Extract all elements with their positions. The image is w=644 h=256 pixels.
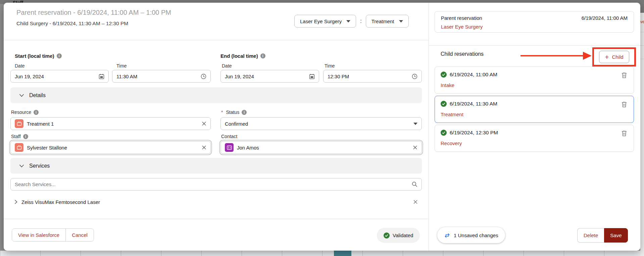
reservation-subtype-select[interactable]: Treatment (366, 15, 409, 28)
parent-card-type: Laser Eye Surgery (441, 24, 483, 30)
services-search-input[interactable] (15, 181, 408, 187)
child-card-type: Intake (441, 82, 454, 88)
remove-service-icon[interactable] (413, 200, 418, 204)
required-asterisk: * (221, 110, 223, 115)
child-card-datetime: 6/19/2024, 12:30 PM (450, 130, 498, 136)
plus-icon: + (605, 53, 609, 60)
add-child-button[interactable]: + Child (599, 51, 629, 63)
background-app-right: ve (640, 0, 644, 256)
child-card-datetime: 6/19/2024, 11:30 AM (450, 101, 497, 107)
contact-field[interactable] (220, 141, 422, 154)
background-teal-cell (334, 251, 351, 256)
cancel-button[interactable]: Cancel (65, 229, 94, 241)
trash-icon[interactable] (622, 101, 627, 108)
child-reservation-card-selected[interactable]: 6/19/2024, 11:30 AM Treatment (435, 96, 634, 123)
calendar-icon[interactable] (309, 74, 315, 79)
view-in-salesforce-button[interactable]: View in Salesforce (12, 229, 65, 241)
annotation-arrow (521, 55, 585, 56)
add-child-label: Child (612, 54, 624, 60)
start-time-input[interactable] (116, 74, 197, 79)
parent-card-datetime: 6/19/2024, 11:00 AM (582, 15, 628, 21)
resource-field[interactable] (10, 117, 211, 130)
chevron-right-icon (14, 200, 17, 204)
start-date-field[interactable] (10, 70, 109, 83)
start-time-field[interactable] (112, 70, 211, 83)
resource-input[interactable] (27, 121, 198, 127)
clock-icon[interactable] (201, 74, 206, 79)
type-separator: : (360, 18, 361, 24)
contact-input[interactable] (237, 145, 409, 151)
status-select[interactable] (220, 117, 422, 130)
clear-resource-icon[interactable] (202, 121, 206, 126)
chevron-down-icon (399, 20, 403, 23)
child-reservation-card[interactable]: 6/19/2024, 11:00 AM Intake (435, 67, 634, 94)
validated-label: Validated (393, 232, 413, 238)
reservation-type-select[interactable]: Laser Eye Surgery (294, 15, 356, 28)
annotation-highlight-box: + Child (592, 47, 636, 67)
parent-reservation-card[interactable]: Parent reservation 6/19/2024, 11:00 AM L… (435, 11, 634, 33)
staff-label: Staff i (11, 134, 28, 139)
end-date-label: Date (222, 63, 232, 69)
reservation-subtype-value: Treatment (371, 18, 394, 24)
check-circle-icon (441, 101, 447, 107)
delete-button[interactable]: Delete (577, 228, 604, 243)
unsaved-changes-label: 1 Unsaved changes (454, 232, 498, 238)
parent-reservation-title: Parent reservation - 6/19/2024, 11:00 AM… (16, 9, 171, 16)
status-input[interactable] (225, 121, 410, 127)
clock-icon[interactable] (412, 74, 417, 79)
validated-badge: Validated (377, 228, 420, 243)
start-time-label: Start (local time) i (15, 53, 62, 59)
panel-divider (429, 3, 429, 251)
clear-staff-icon[interactable] (202, 145, 206, 150)
child-card-type: Treatment (441, 112, 463, 117)
clear-contact-icon[interactable] (413, 145, 417, 150)
chevron-down-icon (413, 123, 417, 125)
trash-icon[interactable] (622, 130, 627, 136)
info-icon[interactable]: i (23, 134, 28, 139)
trash-icon[interactable] (622, 72, 627, 78)
footer-right-buttons: Delete Save (577, 228, 628, 243)
child-reservation-card[interactable]: 6/19/2024, 12:30 PM Recovery (435, 125, 634, 152)
child-card-type: Recovery (441, 140, 462, 146)
info-icon[interactable]: i (57, 53, 62, 58)
start-date-label: Date (15, 63, 25, 69)
services-search-field[interactable] (10, 178, 422, 190)
staff-input[interactable] (27, 145, 198, 151)
resource-icon (15, 119, 23, 128)
staff-field[interactable] (10, 141, 211, 154)
chevron-down-icon (19, 164, 24, 168)
details-section-header[interactable]: Details (10, 87, 422, 103)
reservation-dialog: Parent reservation - 6/19/2024, 11:00 AM… (4, 3, 640, 251)
header-divider (4, 40, 429, 40)
info-icon[interactable]: i (260, 53, 265, 58)
end-time-input[interactable] (328, 74, 408, 79)
footer-left-buttons: View in Salesforce Cancel (12, 228, 94, 242)
calendar-icon[interactable] (99, 74, 104, 79)
annotation-arrowhead-icon (583, 52, 592, 60)
parent-card-title: Parent reservation (441, 15, 482, 21)
info-icon[interactable]: i (34, 110, 39, 115)
services-section-header[interactable]: Services (10, 158, 422, 174)
services-section-label: Services (29, 163, 50, 169)
end-date-input[interactable] (225, 74, 306, 79)
status-label: * Status i (221, 110, 247, 115)
chevron-down-icon (19, 94, 24, 97)
right-panel-divider (429, 45, 640, 46)
service-item-name: Zeiss VisuMax Femtosecond Laser (21, 199, 100, 205)
child-card-datetime: 6/19/2024, 11:00 AM (450, 72, 497, 78)
info-icon[interactable]: i (242, 110, 247, 115)
background-clipped-text: ve (640, 19, 644, 24)
start-date-input[interactable] (15, 74, 95, 79)
end-time-label: End (local time) i (220, 53, 265, 59)
unsaved-changes-badge[interactable]: 1 Unsaved changes (437, 227, 505, 243)
chevron-down-icon (346, 20, 350, 23)
end-date-field[interactable] (220, 70, 319, 83)
reservation-type-value: Laser Eye Surgery (300, 18, 342, 24)
details-section-label: Details (29, 92, 46, 98)
staff-icon (15, 143, 23, 152)
save-button[interactable]: Save (604, 228, 628, 243)
service-item-row[interactable]: Zeiss VisuMax Femtosecond Laser (10, 197, 422, 207)
search-icon[interactable] (412, 181, 417, 187)
background-schedule-grid (0, 251, 644, 256)
end-time-field[interactable] (323, 70, 422, 83)
